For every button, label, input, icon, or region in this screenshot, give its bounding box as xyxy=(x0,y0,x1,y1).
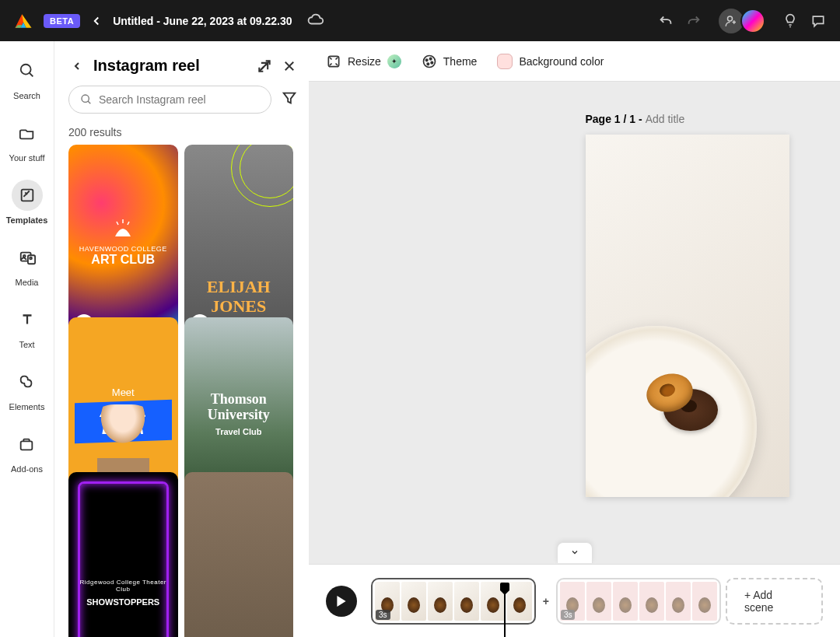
chevron-down-icon xyxy=(569,548,581,557)
redo-button[interactable] xyxy=(684,12,703,30)
canvas-area: Resize ✦ Theme Background color Page 1 /… xyxy=(309,41,840,637)
premium-badge-icon: ✦ xyxy=(387,54,401,68)
left-rail: Search Your stuff Templates Media Text E… xyxy=(0,41,54,637)
canvas-viewport[interactable]: Page 1 / 1 - Add title xyxy=(309,82,840,564)
results-count: 200 results xyxy=(68,126,298,138)
page-label: Page 1 / 1 - Add title xyxy=(586,113,789,125)
cloud-sync-icon[interactable] xyxy=(307,11,324,31)
top-bar: BETA Untitled - June 22, 2023 at 09.22.3… xyxy=(0,0,840,41)
rail-elements-label: Elements xyxy=(9,402,45,411)
template-card[interactable] xyxy=(184,472,294,637)
rail-search[interactable]: Search xyxy=(12,55,43,100)
rail-templates[interactable]: Templates xyxy=(6,180,48,225)
svg-point-13 xyxy=(425,59,428,61)
timeline-collapse-toggle[interactable] xyxy=(557,542,593,563)
help-icon[interactable] xyxy=(781,12,800,30)
color-swatch-icon xyxy=(497,54,513,69)
panel-back-button[interactable] xyxy=(68,58,86,75)
template-card[interactable]: HAVENWOOD COLLEGE ART CLUB xyxy=(68,145,178,339)
svg-point-1 xyxy=(20,65,30,75)
expand-panel-icon[interactable] xyxy=(256,58,273,75)
add-scene-between-button[interactable]: + xyxy=(541,596,551,607)
app-logo[interactable] xyxy=(12,10,34,32)
panel-title: Instagram reel xyxy=(93,57,248,75)
play-icon xyxy=(336,596,347,607)
context-bar: Resize ✦ Theme Background color xyxy=(309,41,840,82)
search-icon xyxy=(80,93,93,106)
svg-point-8 xyxy=(82,95,89,102)
rail-yourstuff-label: Your stuff xyxy=(9,153,45,163)
resize-icon xyxy=(326,54,341,69)
rail-media-label: Media xyxy=(16,278,39,287)
timeline-track[interactable]: 3s + 3s + Add scene xyxy=(371,578,823,625)
timeline: 3s + 3s + Add scene xyxy=(309,564,840,637)
theme-button[interactable]: Theme xyxy=(422,54,478,69)
rail-addons-label: Add-ons xyxy=(11,464,43,474)
rail-addons[interactable]: Add-ons xyxy=(11,429,43,474)
rail-your-stuff[interactable]: Your stuff xyxy=(9,117,45,163)
artboard[interactable] xyxy=(586,135,789,497)
svg-point-0 xyxy=(728,16,733,21)
back-button[interactable] xyxy=(89,14,103,28)
rail-elements[interactable]: Elements xyxy=(9,366,45,411)
comments-icon[interactable] xyxy=(809,12,828,30)
template-search-input[interactable] xyxy=(99,93,260,106)
svg-rect-7 xyxy=(21,441,33,450)
svg-point-15 xyxy=(431,61,433,64)
template-search-box[interactable] xyxy=(68,86,271,114)
rail-templates-label: Templates xyxy=(6,215,48,225)
collaborators[interactable] xyxy=(719,9,765,33)
play-button[interactable] xyxy=(326,586,357,617)
theme-icon xyxy=(422,54,437,69)
rail-text[interactable]: Text xyxy=(12,304,43,349)
scene-2[interactable]: 3s xyxy=(556,578,721,625)
svg-rect-2 xyxy=(21,190,33,201)
resize-button[interactable]: Resize ✦ xyxy=(326,54,401,69)
rail-search-label: Search xyxy=(13,91,40,100)
beta-badge: BETA xyxy=(44,14,80,28)
scene-1[interactable]: 3s xyxy=(371,578,536,625)
template-grid[interactable]: HAVENWOOD COLLEGE ART CLUB ELIJAH JONES … xyxy=(68,145,298,637)
close-panel-icon[interactable] xyxy=(281,58,298,75)
add-scene-button[interactable]: + Add scene xyxy=(726,578,823,625)
svg-point-14 xyxy=(429,58,432,60)
template-card[interactable]: Ridgewood College Theater Club SHOWSTOPP… xyxy=(68,472,178,637)
document-title[interactable]: Untitled - June 22, 2023 at 09.22.30 xyxy=(113,15,292,27)
user-avatar[interactable] xyxy=(740,9,765,33)
add-title-button[interactable]: Add title xyxy=(646,113,685,125)
undo-button[interactable] xyxy=(656,12,675,30)
rail-text-label: Text xyxy=(19,340,34,349)
background-color-button[interactable]: Background color xyxy=(497,54,604,69)
scene-duration: 3s xyxy=(376,610,390,620)
template-card[interactable]: ELIJAH JONES xyxy=(184,145,294,339)
template-panel: Instagram reel 200 results HAVENWOOD COL… xyxy=(54,41,309,637)
scene-duration: 3s xyxy=(561,610,576,620)
svg-point-12 xyxy=(423,55,435,67)
filter-button[interactable] xyxy=(281,89,298,110)
svg-point-16 xyxy=(427,63,429,65)
rail-media[interactable]: Media xyxy=(12,242,43,287)
